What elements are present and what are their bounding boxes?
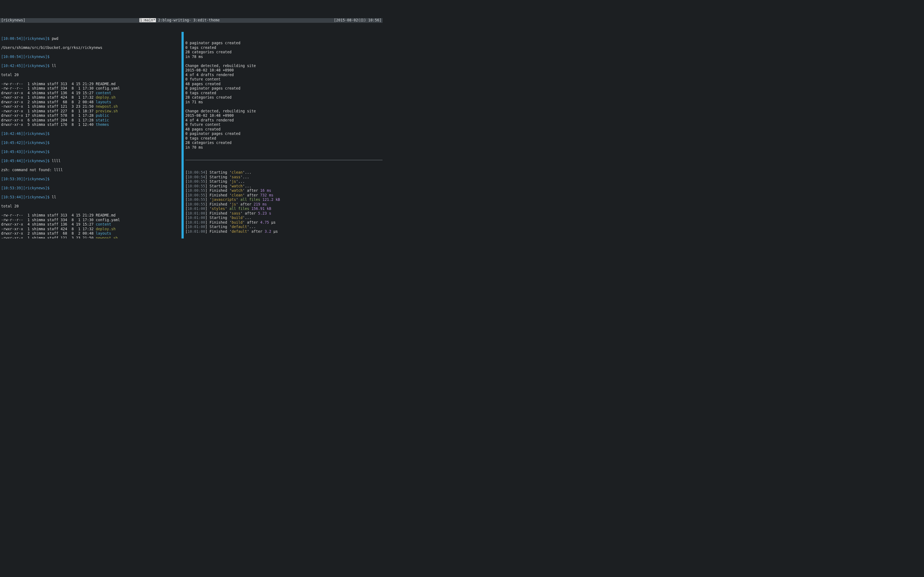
tab-blog-writing[interactable]: 2:blog-writing- — [156, 18, 193, 22]
log-line: Change detected, rebuilding site — [185, 109, 383, 114]
ls-row: -rwxr-xr-x 1 shimma staff 424 8 1 17:32 … — [1, 95, 181, 100]
ls-row: drwxr-xr-x 5 shimma staff 170 8 1 12:40 … — [1, 122, 181, 127]
log-line — [185, 59, 383, 64]
prompt: [10:45:43][rickynews]$ — [1, 150, 181, 155]
log-line: 28 categories created — [185, 50, 383, 55]
gulp-output: [10:00:54] Starting 'clean'...[10:00:54]… — [185, 170, 383, 234]
log-line: 4 of 4 drafts rendered — [185, 118, 383, 123]
gulp-line: [10:00:55] 'javascripts' all files 121.2… — [185, 198, 383, 202]
ls-row: drwxr-xr-x 17 shimma staff 578 8 1 17:28… — [1, 113, 181, 118]
prompt: [10:53:39][rickynews]$ — [1, 177, 181, 182]
log-line: 2015-08-02 10:48 +0900 — [185, 113, 383, 118]
total: total 20 — [1, 73, 181, 77]
ls-row: -rw-r--r-- 1 shimma staff 334 8 1 17:30 … — [1, 86, 181, 91]
gulp-line: [10:01:00] Finished 'default' after 3.2 … — [185, 229, 383, 234]
log-line: 0 future content — [185, 122, 383, 127]
ls-row: -rwxr-xr-x 1 shimma staff 121 3 23 21:50… — [1, 236, 181, 239]
hugo-output: 0 paginator pages created0 tags created2… — [185, 41, 383, 150]
zsh-error: zsh: command not found: llll — [1, 168, 181, 172]
session-name: [rickynews] — [1, 18, 25, 23]
log-line: 0 paginator pages created — [185, 132, 383, 136]
log-line: 0 tags created — [185, 91, 383, 96]
ls-row: drwxr-xr-x 6 shimma staff 204 8 1 17:28 … — [1, 118, 181, 123]
gulp-line: [10:00:55] Starting 'watch'... — [185, 184, 383, 189]
gulp-line: [10:00:55] Starting 'js'... — [185, 179, 383, 184]
log-line: Change detected, rebuilding site — [185, 64, 383, 68]
log-line: 28 categories created — [185, 95, 383, 100]
prompt: [10:00:54][rickynews]$ — [1, 37, 52, 41]
tab-main[interactable]: 1:main* — [139, 18, 156, 22]
gulp-line: [10:01:00] Starting 'build'... — [185, 216, 383, 220]
log-line: 48 pages created — [185, 127, 383, 132]
prompt: [10:45:44][rickynews]$ — [1, 159, 52, 163]
log-line: 2015-08-02 10:48 +0900 — [185, 68, 383, 73]
ls-row: drwxr-xr-x 4 shimma staff 136 4 19 15:27… — [1, 91, 181, 96]
gulp-line: [10:00:55] Finished 'watch' after 16 ms — [185, 189, 383, 193]
ls-row: drwxr-xr-x 4 shimma staff 136 4 19 15:27… — [1, 222, 181, 227]
pane-split — [185, 160, 383, 160]
gulp-line: [10:00:54] Starting 'clean'... — [185, 170, 383, 175]
ls-row: -rw-r--r-- 1 shimma staff 313 4 15 21:29… — [1, 213, 181, 218]
cmd-ll: ll — [52, 64, 56, 68]
log-line: 0 tags created — [185, 136, 383, 141]
log-line: in 70 ms — [185, 145, 383, 150]
cmd-llll: llll — [52, 159, 60, 163]
log-line: 4 of 4 drafts rendered — [185, 73, 383, 77]
tmux-status-bar: [rickynews] 1:main* 2:blog-writing- 3:ed… — [0, 18, 383, 23]
pwd-output: /Users/shimma/src/bitbucket.org/rksz/ric… — [1, 46, 181, 50]
log-line: in 71 ms — [185, 100, 383, 105]
gulp-line: [10:00:55] Finished 'clean' after 732 ms — [185, 193, 383, 198]
prompt: [10:42:46][rickynews]$ — [1, 132, 181, 136]
log-line: 0 future content — [185, 77, 383, 82]
log-line: 0 tags created — [185, 46, 383, 50]
tabs: 1:main* 2:blog-writing- 3:edit-theme — [25, 18, 334, 23]
log-line: 0 paginator pages created — [185, 86, 383, 91]
gulp-line: [10:00:54] Starting 'sass'... — [185, 175, 383, 180]
ls-row: -rw-r--r-- 1 shimma staff 313 4 15 21:29… — [1, 82, 181, 87]
terminal-left-pane[interactable]: [10:00:54][rickynews]$ pwd /Users/shimma… — [0, 32, 181, 239]
gulp-line: [10:01:00] Finished 'sass' after 5.23 s — [185, 211, 383, 216]
gulp-line: [10:01:00] 'styles' all files 156.91 kB — [185, 206, 383, 211]
panes: [10:00:54][rickynews]$ pwd /Users/shimma… — [0, 32, 383, 239]
ls-output: -rw-r--r-- 1 shimma staff 313 4 15 21:29… — [1, 213, 181, 239]
ls-row: drwxr-xr-x 2 shimma staff 68 8 2 00:48 l… — [1, 231, 181, 236]
terminal-right-pane[interactable]: 0 paginator pages created0 tags created2… — [184, 32, 383, 239]
prompt: [10:53:44][rickynews]$ — [1, 195, 52, 199]
prompt: [10:53:39][rickynews]$ — [1, 186, 181, 191]
cmd-ll: ll — [52, 195, 56, 199]
log-line: 48 pages created — [185, 82, 383, 87]
prompt: [10:00:54][rickynews]$ — [1, 55, 181, 60]
clock: [2015-08-02(日) 10:56] — [334, 18, 381, 23]
cmd-pwd: pwd — [52, 37, 58, 41]
pane-divider[interactable] — [181, 32, 184, 239]
ls-row: -rwxr-xr-x 1 shimma staff 121 3 23 21:50… — [1, 105, 181, 109]
ls-output: -rw-r--r-- 1 shimma staff 313 4 15 21:29… — [1, 82, 181, 127]
ls-row: -rwxr-xr-x 1 shimma staff 227 8 1 18:37 … — [1, 109, 181, 114]
log-line: 28 categories created — [185, 141, 383, 145]
log-line: 0 paginator pages created — [185, 41, 383, 46]
gulp-line: [10:00:55] Finished 'js' after 219 ms — [185, 202, 383, 207]
log-line — [185, 105, 383, 109]
total: total 20 — [1, 204, 181, 209]
log-line: in 78 ms — [185, 55, 383, 60]
prompt: [10:45:42][rickynews]$ — [1, 141, 181, 145]
ls-row: -rw-r--r-- 1 shimma staff 334 8 1 17:30 … — [1, 218, 181, 222]
tab-edit-theme[interactable]: 3:edit-theme — [193, 18, 220, 22]
ls-row: -rwxr-xr-x 1 shimma staff 424 8 1 17:32 … — [1, 227, 181, 232]
ls-row: drwxr-xr-x 2 shimma staff 68 8 2 00:48 l… — [1, 100, 181, 105]
gulp-line: [10:01:00] Finished 'build' after 4.75 μ… — [185, 220, 383, 225]
gulp-line: [10:01:00] Starting 'default'... — [185, 225, 383, 229]
prompt: [10:42:45][rickynews]$ — [1, 64, 52, 68]
